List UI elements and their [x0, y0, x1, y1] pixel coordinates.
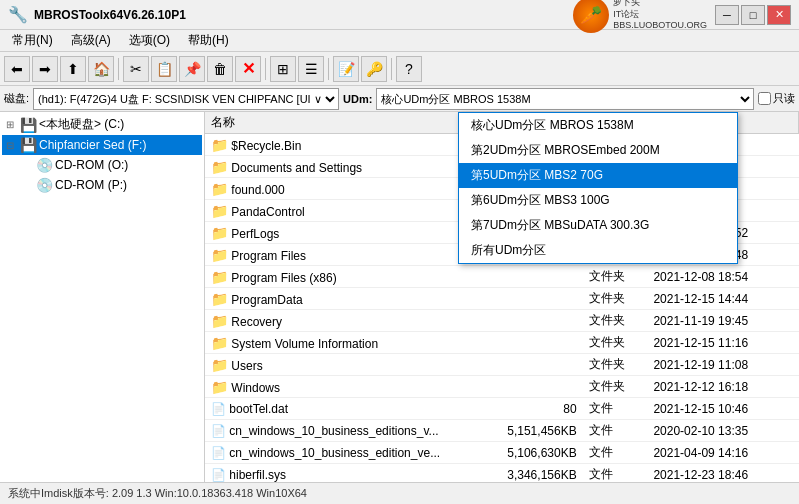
folder-icon: 📁 [211, 137, 228, 153]
file-type: 文件夹 [583, 376, 648, 398]
win-controls: ─ □ ✕ [715, 5, 791, 25]
view2-button[interactable]: ☰ [298, 56, 324, 82]
readonly-checkbox[interactable]: 只读 [758, 91, 795, 106]
window-title: MBROSToolx64V6.26.10P1 [34, 8, 186, 22]
tree-item-cdrom-p[interactable]: 💿 CD-ROM (P:) [2, 175, 202, 195]
paste-button[interactable]: 📌 [179, 56, 205, 82]
file-name: 📄 cn_windows_10_business_editions_v... [205, 420, 486, 442]
copy-button[interactable]: 📋 [151, 56, 177, 82]
file-name: 📁 System Volume Information [205, 332, 486, 354]
folder-icon: 📁 [211, 357, 228, 373]
file-name: 📁 Recovery [205, 310, 486, 332]
tree-item-cdrom-o[interactable]: 💿 CD-ROM (O:) [2, 155, 202, 175]
menu-options[interactable]: 选项(O) [121, 30, 178, 51]
file-size [486, 354, 583, 376]
tree-label-chip: Chipfancier Sed (F:) [39, 138, 146, 152]
left-panel: ⊞ 💾 <本地硬盘> (C:) ⊟ 💾 Chipfancier Sed (F:)… [0, 112, 205, 482]
expand-icon-local: ⊞ [6, 119, 18, 130]
file-name: 📄 hiberfil.sys [205, 464, 486, 483]
file-type: 文件 [583, 442, 648, 464]
table-row[interactable]: 📄 bootTel.dat 80 文件 2021-12-15 10:46 [205, 398, 799, 420]
back-button[interactable]: ⬅ [4, 56, 30, 82]
table-row[interactable]: 📁 Users 文件夹 2021-12-19 11:08 [205, 354, 799, 376]
file-date: 2020-02-10 13:35 [647, 420, 798, 442]
file-date: 2021-12-19 11:08 [647, 354, 798, 376]
delete-button[interactable]: ✕ [235, 56, 261, 82]
edit-button[interactable]: 📝 [333, 56, 359, 82]
title-bar: 🔧 MBROSToolx64V6.26.10P1 🥕 萝卜头 IT论坛 BBS.… [0, 0, 799, 30]
close-button[interactable]: ✕ [767, 5, 791, 25]
file-date: 2021-12-15 10:46 [647, 398, 798, 420]
menu-bar: 常用(N) 高级(A) 选项(O) 帮助(H) [0, 30, 799, 52]
folder-icon: 📁 [211, 203, 228, 219]
file-type: 文件 [583, 398, 648, 420]
expand-icon-chip: ⊟ [6, 140, 18, 151]
dropdown-item[interactable]: 核心UDm分区 MBROS 1538M [459, 113, 737, 138]
file-name: 📁 $Recycle.Bin [205, 134, 486, 156]
view1-button[interactable]: ⊞ [270, 56, 296, 82]
file-name: 📁 Program Files (x86) [205, 266, 486, 288]
file-name: 📁 Users [205, 354, 486, 376]
col-name[interactable]: 名称 [205, 112, 486, 134]
table-row[interactable]: 📁 ProgramData 文件夹 2021-12-15 14:44 [205, 288, 799, 310]
tree-item-chipfancier[interactable]: ⊟ 💾 Chipfancier Sed (F:) [2, 135, 202, 155]
help-button[interactable]: ? [396, 56, 422, 82]
udm-label: UDm: [343, 93, 372, 105]
file-name: 📄 cn_windows_10_business_edition_ve... [205, 442, 486, 464]
udm-selector[interactable]: 核心UDm分区 MBROS 1538M [376, 88, 754, 110]
folder-icon: 📁 [211, 291, 228, 307]
dropdown-item[interactable]: 第5UDm分区 MBS2 70G [459, 163, 737, 188]
tree-item-local-disk[interactable]: ⊞ 💾 <本地硬盘> (C:) [2, 114, 202, 135]
file-name: 📁 Program Files [205, 244, 486, 266]
up-button[interactable]: ⬆ [60, 56, 86, 82]
dropdown-item[interactable]: 第2UDm分区 MBROSEmbed 200M [459, 138, 737, 163]
logo-area: 🥕 萝卜头 IT论坛 BBS.LUOBOTOU.ORG [573, 0, 707, 33]
table-row[interactable]: 📄 cn_windows_10_business_edition_ve... 5… [205, 442, 799, 464]
table-row[interactable]: 📁 Program Files (x86) 文件夹 2021-12-08 18:… [205, 266, 799, 288]
file-size: 3,346,156KB [486, 464, 583, 483]
dropdown-item[interactable]: 第6UDm分区 MBS3 100G [459, 188, 737, 213]
key-button[interactable]: 🔑 [361, 56, 387, 82]
file-size: 5,106,630KB [486, 442, 583, 464]
file-type: 文件夹 [583, 288, 648, 310]
table-row[interactable]: 📄 hiberfil.sys 3,346,156KB 文件 2021-12-23… [205, 464, 799, 483]
udm-select-wrapper: 核心UDm分区 MBROS 1538M [376, 88, 754, 110]
file-type: 文件夹 [583, 354, 648, 376]
table-row[interactable]: 📄 cn_windows_10_business_editions_v... 5… [205, 420, 799, 442]
menu-help[interactable]: 帮助(H) [180, 30, 237, 51]
menu-advanced[interactable]: 高级(A) [63, 30, 119, 51]
udm-dropdown: 核心UDm分区 MBROS 1538M第2UDm分区 MBROSEmbed 20… [458, 112, 738, 264]
file-size [486, 332, 583, 354]
file-type: 文件夹 [583, 266, 648, 288]
table-row[interactable]: 📁 Recovery 文件夹 2021-11-19 19:45 [205, 310, 799, 332]
logo-icon: 🥕 [573, 0, 609, 33]
menu-normal[interactable]: 常用(N) [4, 30, 61, 51]
dropdown-item[interactable]: 第7UDm分区 MBSuDATA 300.3G [459, 213, 737, 238]
table-row[interactable]: 📁 System Volume Information 文件夹 2021-12-… [205, 332, 799, 354]
logo-text: 萝卜头 IT论坛 BBS.LUOBOTOU.ORG [613, 0, 707, 32]
folder-icon: 📁 [211, 379, 228, 395]
file-date: 2021-11-19 19:45 [647, 310, 798, 332]
file-date: 2021-12-08 18:54 [647, 266, 798, 288]
toolbar-sep-1 [118, 58, 119, 80]
file-size: 80 [486, 398, 583, 420]
file-name: 📁 PerfLogs [205, 222, 486, 244]
file-size [486, 376, 583, 398]
forward-button[interactable]: ➡ [32, 56, 58, 82]
home-button[interactable]: 🏠 [88, 56, 114, 82]
folder-icon: 📁 [211, 269, 228, 285]
file-type: 文件 [583, 464, 648, 483]
readonly-input[interactable] [758, 92, 771, 105]
dropdown-item[interactable]: 所有UDm分区 [459, 238, 737, 263]
disk-icon-chip: 💾 [20, 137, 37, 153]
delete-empty-button[interactable]: 🗑 [207, 56, 233, 82]
maximize-button[interactable]: □ [741, 5, 765, 25]
file-type: 文件 [583, 420, 648, 442]
disk-icon-local: 💾 [20, 117, 37, 133]
file-icon: 📄 [211, 402, 226, 416]
table-row[interactable]: 📁 Windows 文件夹 2021-12-12 16:18 [205, 376, 799, 398]
disk-selector[interactable]: (hd1): F(472G)4 U盘 F: SCSI\DISK VEN CHIP… [33, 88, 339, 110]
cut-button[interactable]: ✂ [123, 56, 149, 82]
minimize-button[interactable]: ─ [715, 5, 739, 25]
title-bar-left: 🔧 MBROSToolx64V6.26.10P1 [8, 5, 186, 24]
